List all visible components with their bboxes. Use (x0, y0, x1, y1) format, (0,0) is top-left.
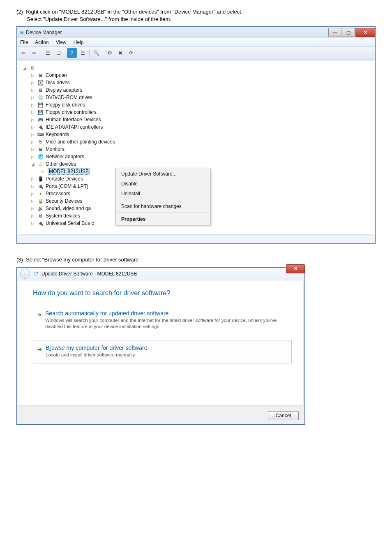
option-search-auto[interactable]: ➔ SSearch automatically for updated driv… (33, 306, 292, 335)
collapse-icon: ◢ (23, 66, 27, 70)
close-button[interactable]: ✕ (355, 28, 375, 37)
context-update-driver[interactable]: Update Driver Software... (115, 169, 210, 179)
option2-desc: Locate and install driver software manua… (46, 352, 286, 358)
toolbar-icon-1[interactable]: ☰ (43, 48, 53, 58)
dialog-heading: How do you want to search for driver sof… (33, 289, 292, 297)
context-separator-1 (117, 200, 208, 200)
tree-item-keyboards[interactable]: ▷⌨Keyboards (21, 131, 371, 138)
toolbar: ⇦ ⇨ ☰ ☐ ? ☰ 🔍 ⚙ ✖ ⟳ (17, 46, 375, 60)
instruction-step-2: (2) Right click on "MODEL 8212USB" in th… (16, 8, 376, 23)
tree-item-hid[interactable]: ▷🎮Human Interface Devices (21, 116, 371, 123)
tree-item-other[interactable]: ◢⚠Other devices (21, 160, 371, 168)
menu-file[interactable]: File (20, 39, 28, 45)
menubar: File Action View Help (17, 38, 375, 46)
tree-item-monitors[interactable]: ▷🖥Monitors (21, 146, 371, 153)
option-browse[interactable]: ➔ BrBrowse my computer for driver softwa… (33, 340, 292, 364)
context-properties[interactable]: Properties (115, 214, 210, 224)
maximize-button[interactable]: ▢ (342, 28, 355, 37)
window-title: Device Manager (26, 30, 62, 35)
device-manager-window: 🖥 Device Manager — ▢ ✕ File Action View … (16, 26, 376, 244)
step2-text-b: Select "Update Driver Software..." from … (27, 16, 171, 22)
tree-item-dvd[interactable]: ▷💿DVD/CD-ROM drives (21, 94, 371, 101)
dialog-body: How do you want to search for driver sof… (18, 281, 304, 406)
toolbar-icon-7[interactable]: ⟳ (126, 48, 136, 58)
computer-root-icon: 🖥 (29, 65, 35, 71)
dialog-title: Update Driver Software - MODEL 8212USB (42, 271, 137, 277)
toolbar-icon-4[interactable]: 🔍 (91, 48, 101, 58)
toolbar-icon-2[interactable]: ☐ (53, 48, 63, 58)
dialog-footer: Cancel (17, 407, 304, 424)
back-icon[interactable]: ⇦ (18, 48, 28, 58)
option1-desc: Windows will search your computer and th… (45, 317, 287, 330)
context-uninstall[interactable]: Uninstall (115, 189, 210, 199)
context-separator-2 (117, 213, 208, 213)
menu-view[interactable]: View (56, 39, 67, 45)
context-menu: Update Driver Software... Disable Uninst… (115, 168, 210, 225)
arrow-icon: ➔ (37, 346, 42, 352)
tree-item-ide[interactable]: ▷🔌IDE ATA/ATAPI controllers (21, 123, 371, 131)
tree-item-display[interactable]: ▷🖥Display adapters (21, 86, 371, 94)
tree-item-floppy[interactable]: ▷💾Floppy disk drives (21, 101, 371, 109)
cancel-button[interactable]: Cancel (268, 411, 299, 420)
arrow-icon: ➔ (37, 312, 42, 318)
tree-item-computer[interactable]: ▷🖥Computer (21, 72, 371, 79)
step2-text-a: Right click on "MODEL 8212USB" in the "O… (26, 9, 242, 15)
toolbar-icon-3[interactable]: ☰ (78, 48, 88, 58)
update-driver-dialog: ✕ ← 🛡 Update Driver Software - MODEL 821… (16, 267, 305, 425)
device-tree: ◢ 🖥 ▷🖥Computer ▷💽Disk drives ▷🖥Display a… (18, 60, 374, 235)
menu-help[interactable]: Help (74, 39, 84, 45)
option2-title: BrBrowse my computer for driver software… (46, 345, 286, 351)
tree-root[interactable]: ◢ 🖥 (21, 64, 371, 72)
step2-label: (2) (16, 9, 23, 15)
context-scan[interactable]: Scan for hardware changes (115, 201, 210, 211)
tree-item-network[interactable]: ▷🌐Network adapters (21, 153, 371, 160)
step3-text: Select "Browse my computer for driver so… (26, 257, 142, 263)
tree-item-disk-drives[interactable]: ▷💽Disk drives (21, 79, 371, 86)
dialog-titlebar: ← 🛡 Update Driver Software - MODEL 8212U… (17, 268, 304, 280)
forward-icon[interactable]: ⇨ (29, 48, 39, 58)
titlebar: 🖥 Device Manager — ▢ ✕ (17, 27, 375, 38)
toolbar-icon-6[interactable]: ✖ (115, 48, 125, 58)
statusbar (17, 236, 375, 243)
tree-item-mice[interactable]: ▷🖱Mice and other pointing devices (21, 138, 371, 146)
minimize-button[interactable]: — (328, 28, 341, 37)
dialog-close-button[interactable]: ✕ (286, 264, 305, 273)
shield-icon: 🛡 (33, 271, 38, 277)
toolbar-icon-5[interactable]: ⚙ (105, 48, 115, 58)
step3-label: (3) (16, 257, 23, 263)
tree-item-floppy-ctrl[interactable]: ▷💾Floppy drive controllers (21, 109, 371, 116)
menu-action[interactable]: Action (35, 39, 48, 45)
dialog-back-button[interactable]: ← (20, 269, 30, 279)
instruction-step-3: (3) Select "Browse my computer for drive… (16, 256, 376, 264)
devmgr-icon: 🖥 (19, 30, 24, 35)
context-disable[interactable]: Disable (115, 179, 210, 189)
help-icon[interactable]: ? (67, 48, 77, 58)
option1-title: SSearch automatically for updated driver… (45, 310, 287, 317)
